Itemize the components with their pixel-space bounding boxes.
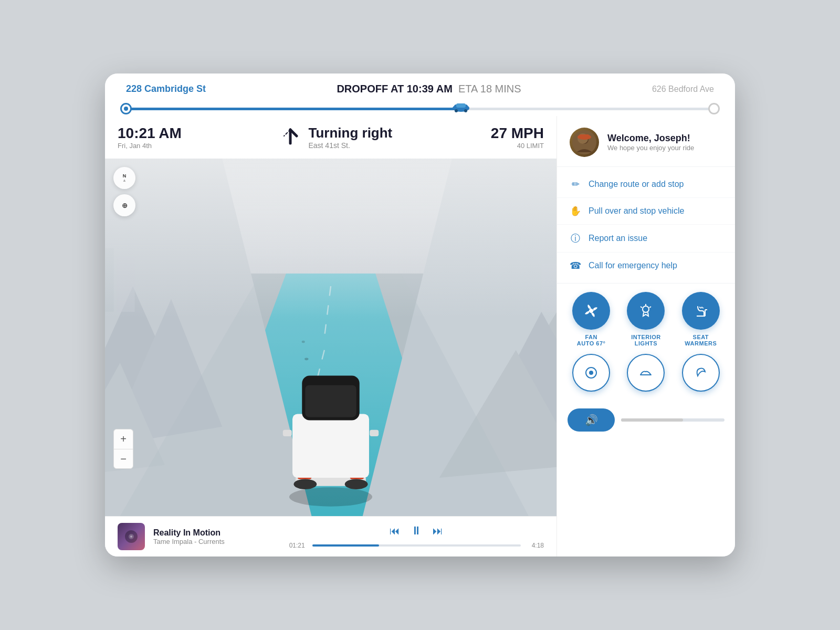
svg-rect-50 xyxy=(580,134,589,138)
seat-warmers-button[interactable] xyxy=(682,292,720,330)
locate-button[interactable]: ⊕ xyxy=(113,194,135,216)
control-5-button[interactable] xyxy=(627,354,665,392)
fan-label: FANAUTO 67° xyxy=(577,334,606,346)
volume-button[interactable]: 🔊 xyxy=(568,408,615,432)
zoom-controls: + − xyxy=(113,429,133,469)
control-4-button[interactable] xyxy=(572,354,610,392)
direction-text: Turning right East 41st St. xyxy=(308,125,392,150)
speed-limit: 40 LIMIT xyxy=(491,142,544,150)
street-name: Turning right xyxy=(308,125,392,141)
control-5[interactable] xyxy=(622,354,669,396)
album-art xyxy=(118,523,145,550)
action-change-route[interactable]: ✏ Change route or add stop xyxy=(557,171,735,198)
map-section: 10:21 AM Fri, Jan 4th Turning right East… xyxy=(105,116,556,556)
progress-car-icon xyxy=(451,101,471,116)
svg-line-54 xyxy=(649,307,651,308)
svg-point-45 xyxy=(130,536,132,538)
control-6-button[interactable] xyxy=(682,354,720,392)
map-controls-topleft: N ▲ ⊕ xyxy=(113,167,135,216)
map-background xyxy=(105,159,556,516)
control-4[interactable] xyxy=(568,354,615,396)
fan-control[interactable]: FANAUTO 67° xyxy=(568,292,615,346)
control-6[interactable] xyxy=(677,354,724,396)
svg-line-55 xyxy=(640,307,642,308)
compass-arrow: ▲ xyxy=(122,178,127,183)
svg-rect-32 xyxy=(305,385,356,417)
main-content: 10:21 AM Fri, Jan 4th Turning right East… xyxy=(105,116,735,556)
action-pull-over[interactable]: ✋ Pull over and stop vehicle xyxy=(557,198,735,225)
volume-section: 🔊 xyxy=(557,404,735,442)
change-route-label: Change route or add stop xyxy=(589,180,684,189)
pull-over-icon: ✋ xyxy=(570,205,581,217)
progress-track xyxy=(126,108,714,110)
action-list: ✏ Change route or add stop ✋ Pull over a… xyxy=(557,167,735,284)
svg-point-60 xyxy=(590,371,593,374)
svg-point-3 xyxy=(464,109,467,112)
progress-end-dot xyxy=(708,103,720,114)
dashboard: 228 Cambridge St DROPOFF AT 10:39 AM ETA… xyxy=(105,74,735,556)
music-artist: Tame Impala - Currents xyxy=(153,538,281,545)
svg-rect-35 xyxy=(283,430,292,436)
music-info: Reality In Motion Tame Impala - Currents xyxy=(153,528,281,545)
current-date: Fri, Jan 4th xyxy=(118,142,182,150)
action-report-issue[interactable]: ⓘ Report an issue xyxy=(557,225,735,253)
road-scene xyxy=(105,159,556,516)
change-route-icon: ✏ xyxy=(570,178,581,190)
compass-north-button[interactable]: N ▲ xyxy=(113,167,135,189)
svg-point-51 xyxy=(589,309,593,313)
current-speed: 27 MPH xyxy=(491,125,544,142)
speed-block: 27 MPH 40 LIMIT xyxy=(491,125,544,150)
street-sub: East 41st St. xyxy=(308,141,392,150)
zoom-in-button[interactable]: + xyxy=(113,429,133,449)
route-end: 626 Bedford Ave xyxy=(652,85,714,94)
svg-point-52 xyxy=(643,306,649,312)
svg-point-2 xyxy=(455,109,458,112)
welcome-text: Welcome, Joseph! We hope you enjoy your … xyxy=(607,133,694,152)
progress-bar xyxy=(126,101,714,116)
top-header: 228 Cambridge St DROPOFF AT 10:39 AM ETA… xyxy=(105,74,735,116)
svg-rect-36 xyxy=(370,430,379,436)
svg-rect-42 xyxy=(105,159,556,318)
interior-lights-label: INTERIORLIGHTS xyxy=(631,334,661,346)
right-panel: Welcome, Joseph! We hope you enjoy your … xyxy=(556,116,735,556)
interior-lights-control[interactable]: INTERIORLIGHTS xyxy=(622,292,669,346)
rewind-icon: ⏮ xyxy=(390,525,400,537)
volume-track[interactable] xyxy=(621,418,724,422)
nav-info-bar: 10:21 AM Fri, Jan 4th Turning right East… xyxy=(105,116,556,159)
progress-fill xyxy=(126,108,467,110)
pause-button[interactable]: ⏸ xyxy=(411,524,422,538)
controls-grid: FANAUTO 67° INTERIORLIGHTS xyxy=(557,284,735,404)
emergency-icon: ☎ xyxy=(570,260,581,271)
current-playback-time: 01:21 xyxy=(289,542,307,549)
music-player: Reality In Motion Tame Impala - Currents… xyxy=(105,516,556,556)
pull-over-label: Pull over and stop vehicle xyxy=(589,206,684,216)
svg-point-34 xyxy=(345,479,368,489)
emergency-label: Call for emergency help xyxy=(589,261,677,270)
current-time: 10:21 AM xyxy=(118,125,182,142)
report-issue-label: Report an issue xyxy=(589,234,647,243)
fan-button[interactable] xyxy=(572,292,610,330)
action-emergency[interactable]: ☎ Call for emergency help xyxy=(557,253,735,279)
turn-arrow-icon xyxy=(280,123,301,151)
rewind-button[interactable]: ⏮ xyxy=(390,525,400,537)
zoom-out-button[interactable]: − xyxy=(113,449,133,469)
time-block: 10:21 AM Fri, Jan 4th xyxy=(118,125,182,150)
audio-track[interactable] xyxy=(312,544,521,547)
seat-warmers-control[interactable]: SEATWARMERS xyxy=(677,292,724,346)
audio-fill xyxy=(312,544,379,547)
forward-icon: ⏭ xyxy=(433,525,443,537)
forward-button[interactable]: ⏭ xyxy=(433,525,443,537)
svg-point-25 xyxy=(302,341,305,343)
direction-block: Turning right East 41st St. xyxy=(280,123,392,151)
interior-lights-button[interactable] xyxy=(627,292,665,330)
locate-icon: ⊕ xyxy=(122,202,128,209)
pause-icon: ⏸ xyxy=(411,524,422,538)
music-title: Reality In Motion xyxy=(153,528,281,538)
svg-rect-4 xyxy=(456,103,466,108)
report-issue-icon: ⓘ xyxy=(570,232,581,245)
volume-fill xyxy=(621,418,683,422)
svg-point-33 xyxy=(293,479,317,489)
svg-point-26 xyxy=(289,487,372,506)
volume-icon: 🔊 xyxy=(585,414,598,426)
seat-warmers-label: SEATWARMERS xyxy=(685,334,717,346)
